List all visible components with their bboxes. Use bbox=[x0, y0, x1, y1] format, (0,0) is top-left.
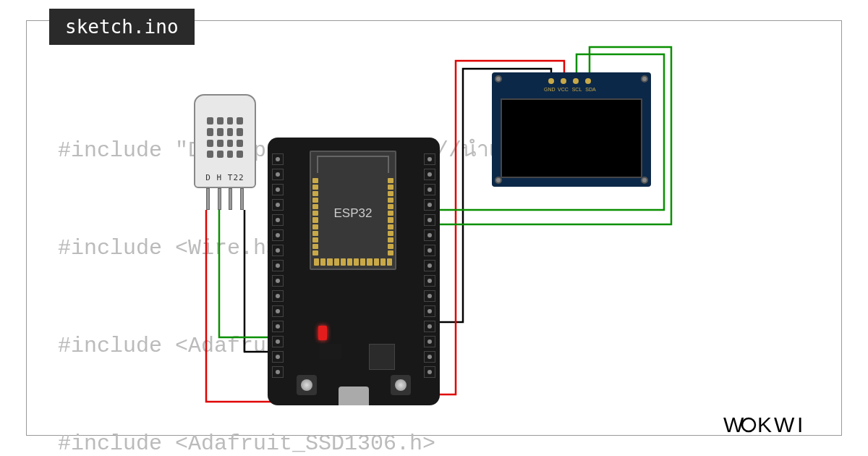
oled-label-gnd: GND bbox=[544, 87, 555, 92]
esp32-pin[interactable] bbox=[424, 229, 435, 241]
oled-label-sda: SDA bbox=[585, 87, 596, 92]
esp32-module: ESP32 bbox=[310, 151, 396, 270]
esp32-pin[interactable] bbox=[272, 229, 284, 241]
filename-tab[interactable]: sketch.ino bbox=[49, 9, 195, 45]
esp32-pin[interactable] bbox=[272, 245, 284, 256]
esp32-regulator-icon bbox=[320, 344, 341, 360]
esp32-pins-right bbox=[424, 153, 435, 378]
esp32-boot-button[interactable] bbox=[391, 375, 411, 395]
wokwi-watermark: W K W I bbox=[723, 410, 832, 446]
oled-pin-sda[interactable] bbox=[585, 78, 591, 84]
esp32-usb-chip-icon bbox=[369, 344, 395, 370]
esp32-pin[interactable] bbox=[424, 214, 435, 226]
esp32-pin[interactable] bbox=[272, 336, 284, 347]
esp32-pin[interactable] bbox=[424, 321, 435, 332]
esp32-pin[interactable] bbox=[424, 366, 435, 378]
esp32-pin[interactable] bbox=[424, 290, 435, 302]
oled-label-vcc: VCC bbox=[558, 87, 569, 92]
esp32-pin[interactable] bbox=[424, 153, 435, 165]
dht22-pin-vcc[interactable] bbox=[206, 188, 210, 210]
esp32-power-led-icon bbox=[318, 326, 327, 340]
esp32-pin[interactable] bbox=[424, 199, 435, 211]
esp32-pin[interactable] bbox=[424, 305, 435, 317]
esp32-pin[interactable] bbox=[272, 351, 284, 363]
dht22-pin-gnd[interactable] bbox=[240, 188, 244, 210]
svg-text:W: W bbox=[774, 413, 796, 436]
oled-label-scl: SCL bbox=[571, 87, 582, 92]
esp32-pin[interactable] bbox=[272, 275, 284, 287]
esp32-pin[interactable] bbox=[272, 321, 284, 332]
svg-text:I: I bbox=[797, 413, 804, 436]
oled-pin-gnd[interactable] bbox=[548, 78, 554, 84]
dht22-pin-nc[interactable] bbox=[229, 188, 232, 210]
dht22-sensor[interactable]: D H T22 bbox=[194, 94, 256, 206]
oled-screen bbox=[501, 98, 642, 178]
esp32-en-button[interactable] bbox=[297, 375, 317, 395]
svg-text:K: K bbox=[757, 413, 773, 436]
oled-pin-scl[interactable] bbox=[573, 78, 579, 84]
wokwi-logo-icon: W K W I bbox=[723, 410, 832, 439]
esp32-pin[interactable] bbox=[272, 260, 284, 271]
esp32-pin[interactable] bbox=[424, 169, 435, 180]
esp32-board[interactable]: ESP32 bbox=[268, 138, 440, 405]
esp32-pin[interactable] bbox=[272, 305, 284, 317]
components-layer: D H T22 ESP32 bbox=[0, 0, 868, 456]
esp32-pins-left bbox=[272, 153, 284, 378]
esp32-pin[interactable] bbox=[272, 214, 284, 226]
dht22-pin-sda[interactable] bbox=[218, 188, 221, 210]
esp32-pin[interactable] bbox=[424, 245, 435, 256]
oled-pin-vcc[interactable] bbox=[561, 78, 566, 84]
esp32-pin[interactable] bbox=[272, 199, 284, 211]
esp32-chip-label: ESP32 bbox=[311, 206, 395, 221]
esp32-pin[interactable] bbox=[424, 336, 435, 347]
esp32-pin[interactable] bbox=[424, 275, 435, 287]
esp32-pin[interactable] bbox=[272, 184, 284, 195]
dht22-label: D H T22 bbox=[195, 173, 255, 182]
esp32-pin[interactable] bbox=[272, 366, 284, 378]
oled-pin-labels: GND VCC SCL SDA bbox=[544, 87, 596, 92]
esp32-pin[interactable] bbox=[272, 169, 284, 180]
dht22-body: D H T22 bbox=[194, 94, 256, 188]
oled-display[interactable]: GND VCC SCL SDA bbox=[492, 72, 651, 187]
esp32-antenna-icon bbox=[317, 156, 389, 173]
esp32-pin[interactable] bbox=[272, 153, 284, 165]
esp32-pin[interactable] bbox=[424, 260, 435, 271]
esp32-pin[interactable] bbox=[272, 290, 284, 302]
esp32-usb-port-icon bbox=[339, 387, 369, 405]
esp32-pin[interactable] bbox=[424, 351, 435, 363]
esp32-pin[interactable] bbox=[424, 184, 435, 195]
